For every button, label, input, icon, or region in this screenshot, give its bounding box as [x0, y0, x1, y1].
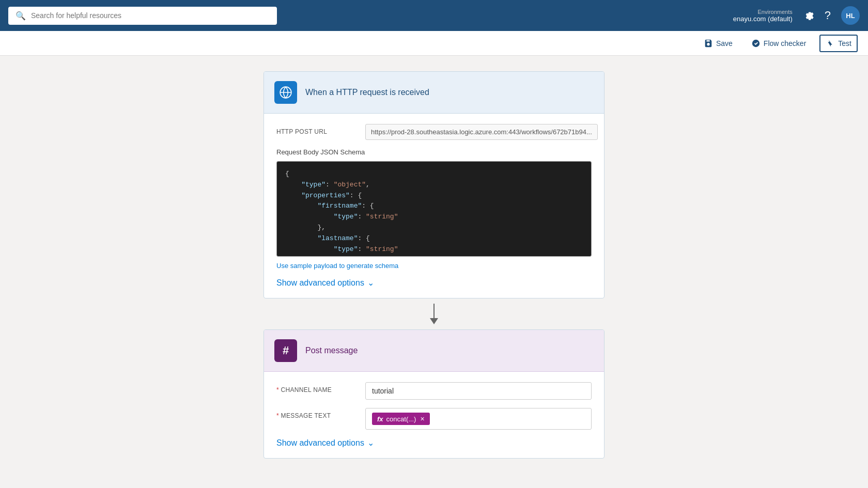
http-request-card: When a HTTP request is received HTTP POS…	[264, 71, 605, 298]
advanced-options-label: Show advanced options	[276, 278, 364, 288]
arrow-head	[430, 318, 438, 324]
json-schema-label: Request Body JSON Schema	[276, 148, 592, 156]
post-advanced-options-label: Show advanced options	[276, 438, 364, 448]
search-icon: 🔍	[16, 11, 26, 21]
post-message-card-body: * Channel Name * Message Text fx concat(…	[264, 372, 604, 458]
post-message-card: # Post message * Channel Name * Message …	[264, 329, 605, 459]
concat-close-button[interactable]: ×	[420, 415, 424, 423]
message-text-input[interactable]: fx concat(...) ×	[365, 408, 592, 430]
save-button[interactable]: Save	[699, 36, 738, 51]
sample-payload-link[interactable]: Use sample payload to generate schema	[276, 262, 398, 270]
http-post-url-row: HTTP POST URL https://prod-28.southeasta…	[276, 124, 592, 140]
environment-name: enayu.com (default)	[733, 15, 793, 23]
channel-required-star: *	[276, 386, 281, 393]
test-button[interactable]: Test	[819, 35, 858, 52]
test-icon	[826, 39, 835, 48]
save-icon	[704, 39, 713, 48]
avatar[interactable]: HL	[841, 6, 860, 25]
fx-icon: fx	[377, 415, 383, 423]
channel-name-label: * Channel Name	[276, 382, 359, 393]
http-post-url-value: https://prod-28.southeastasia.logic.azur…	[365, 124, 605, 140]
http-post-url-label: HTTP POST URL	[276, 124, 359, 135]
settings-icon[interactable]	[803, 10, 814, 21]
http-card-body: HTTP POST URL https://prod-28.southeasta…	[264, 114, 604, 298]
copy-url-button[interactable]	[602, 124, 605, 140]
http-post-url-display: https://prod-28.southeastasia.logic.azur…	[365, 124, 598, 140]
main-content: When a HTTP request is received HTTP POS…	[0, 56, 868, 488]
http-card-title: When a HTTP request is received	[305, 88, 429, 97]
concat-label: concat(...)	[386, 415, 416, 423]
connector-line	[433, 304, 435, 318]
nav-right: Environments enayu.com (default) ? HL	[733, 6, 860, 25]
flow-checker-button[interactable]: Flow checker	[746, 36, 811, 51]
post-chevron-down-icon: ⌄	[367, 438, 374, 448]
channel-name-row: * Channel Name	[276, 382, 592, 400]
top-nav: 🔍 Environments enayu.com (default) ? HL	[0, 0, 868, 31]
http-card-header: When a HTTP request is received	[264, 72, 604, 114]
environment-label: Environments	[757, 9, 792, 15]
post-message-card-header: # Post message	[264, 330, 604, 372]
flow-checker-label: Flow checker	[764, 39, 806, 48]
test-label: Test	[838, 39, 851, 48]
chevron-down-icon: ⌄	[367, 278, 374, 288]
slack-icon: #	[274, 339, 297, 362]
search-bar[interactable]: 🔍	[8, 7, 277, 25]
message-text-label: * Message Text	[276, 408, 359, 419]
channel-name-input[interactable]	[365, 382, 592, 400]
http-advanced-options[interactable]: Show advanced options ⌄	[276, 278, 592, 288]
search-input[interactable]	[31, 11, 270, 20]
environment-section: Environments enayu.com (default)	[733, 9, 793, 23]
channel-name-value	[365, 382, 592, 400]
slack-hash-icon: #	[283, 344, 289, 357]
post-message-advanced-options[interactable]: Show advanced options ⌄	[276, 438, 592, 448]
help-icon[interactable]: ?	[825, 9, 831, 22]
flow-checker-icon	[751, 39, 761, 48]
toolbar: Save Flow checker Test	[0, 31, 868, 56]
message-required-star: *	[276, 412, 281, 419]
json-schema-section: Request Body JSON Schema { "type": "obje…	[276, 148, 592, 270]
copy-icon	[604, 127, 605, 136]
globe-icon	[279, 86, 292, 99]
post-message-card-title: Post message	[305, 346, 358, 355]
message-text-row: * Message Text fx concat(...) ×	[276, 408, 592, 430]
connector-arrow	[430, 304, 438, 324]
concat-badge[interactable]: fx concat(...) ×	[372, 413, 430, 425]
message-text-value: fx concat(...) ×	[365, 408, 592, 430]
json-editor[interactable]: { "type": "object", "properties": { "fir…	[276, 161, 592, 257]
save-label: Save	[716, 39, 733, 48]
http-icon	[274, 81, 297, 104]
